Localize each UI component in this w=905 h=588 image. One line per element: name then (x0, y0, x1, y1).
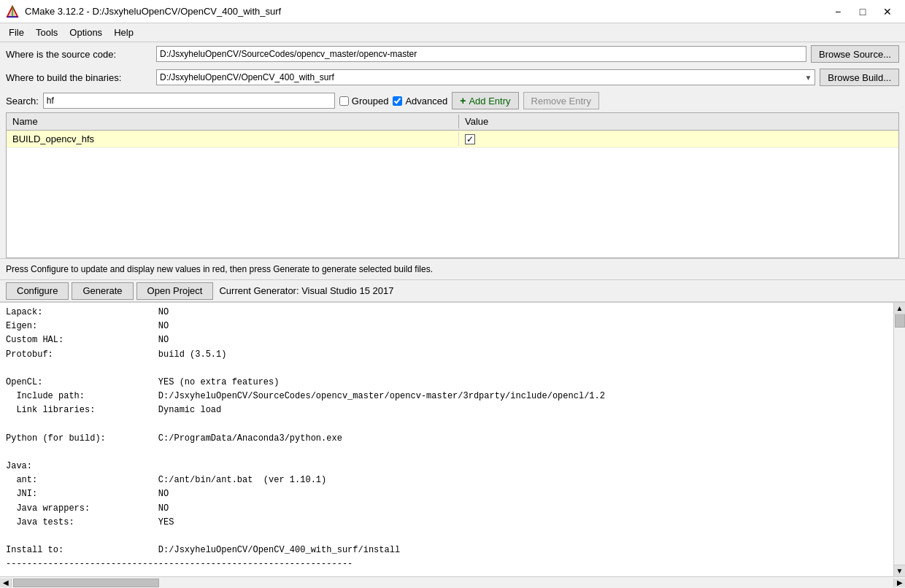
plus-icon: + (460, 95, 466, 107)
build-path-text: D:/JsxyheluOpenCV/OpenCV_400_with_surf (160, 72, 334, 82)
table-header: Name Value (7, 113, 898, 131)
remove-entry-button[interactable]: Remove Entry (523, 92, 599, 109)
add-entry-button[interactable]: + Add Entry (452, 92, 518, 109)
open-project-button[interactable]: Open Project (136, 282, 214, 300)
output-area: Lapack: NO Eigen: NO Custom HAL: NO Prot… (0, 302, 905, 588)
source-label: Where is the source code: (6, 49, 152, 60)
name-column-header: Name (7, 115, 459, 128)
source-input[interactable] (156, 46, 806, 62)
menu-help[interactable]: Help (108, 26, 139, 39)
h-scroll-thumb[interactable] (13, 579, 159, 587)
value-checkbox[interactable]: ✓ (465, 134, 475, 144)
menu-bar: File Tools Options Help (0, 23, 905, 42)
advanced-label[interactable]: Advanced (405, 96, 447, 107)
scroll-down-btn[interactable]: ▼ (894, 565, 905, 576)
generate-button[interactable]: Generate (72, 282, 133, 300)
value-cell[interactable]: ✓ (459, 133, 898, 146)
menu-file[interactable]: File (3, 26, 30, 39)
maximize-button[interactable]: □ (851, 3, 874, 20)
title-bar: CMake 3.12.2 - D:/JsxyheluOpenCV/OpenCV_… (0, 0, 905, 23)
browse-build-button[interactable]: Browse Build... (820, 69, 899, 86)
table-row[interactable]: BUILD_opencv_hfs ✓ (7, 131, 898, 148)
scroll-left-btn[interactable]: ◀ (0, 579, 12, 587)
output-row: Lapack: NO Eigen: NO Custom HAL: NO Prot… (0, 303, 905, 576)
advanced-group: Advanced (393, 96, 447, 107)
search-label: Search: (6, 96, 39, 107)
value-column-header: Value (459, 115, 898, 128)
build-dropdown[interactable]: D:/JsxyheluOpenCV/OpenCV_400_with_surf ▼ (156, 69, 815, 85)
status-text: Press Configure to update and display ne… (6, 264, 433, 274)
build-label: Where to build the binaries: (6, 72, 152, 83)
grouped-label[interactable]: Grouped (352, 96, 389, 107)
dropdown-arrow: ▼ (804, 74, 812, 82)
cmake-icon (6, 5, 19, 18)
main-content: Where is the source code: Browse Source.… (0, 42, 905, 588)
vertical-scrollbar[interactable]: ▼ ▲ (893, 303, 905, 576)
output-content[interactable]: Lapack: NO Eigen: NO Custom HAL: NO Prot… (0, 303, 893, 576)
menu-tools[interactable]: Tools (30, 26, 63, 39)
add-entry-label: Add Entry (469, 96, 510, 107)
scroll-left-icon: ◀ (3, 579, 9, 587)
minimize-button[interactable]: − (826, 3, 850, 20)
source-row: Where is the source code: Browse Source.… (0, 42, 905, 66)
configure-button[interactable]: Configure (6, 282, 69, 300)
title-bar-left: CMake 3.12.2 - D:/JsxyheluOpenCV/OpenCV_… (6, 5, 281, 18)
search-input[interactable] (43, 93, 335, 109)
table-body: BUILD_opencv_hfs ✓ (7, 131, 898, 258)
scroll-up-btn[interactable]: ▲ (894, 303, 905, 314)
grouped-checkbox[interactable] (339, 96, 349, 106)
menu-options[interactable]: Options (63, 26, 108, 39)
status-bar: Press Configure to update and display ne… (0, 258, 905, 280)
scroll-right-btn[interactable]: ▶ (893, 579, 905, 587)
scroll-right-icon: ▶ (897, 579, 903, 587)
build-row: Where to build the binaries: D:/Jsxyhelu… (0, 66, 905, 89)
browse-source-button[interactable]: Browse Source... (811, 45, 899, 63)
title-controls: − □ ✕ (826, 3, 899, 20)
scroll-down-icon: ▼ (896, 567, 904, 575)
horizontal-scrollbar[interactable]: ◀ ▶ (0, 576, 905, 588)
table-area: Name Value BUILD_opencv_hfs ✓ (6, 112, 899, 258)
name-cell: BUILD_opencv_hfs (7, 132, 459, 146)
search-row: Search: Grouped Advanced + Add Entry Rem… (0, 89, 905, 112)
close-button[interactable]: ✕ (876, 3, 899, 20)
generator-text: Current Generator: Visual Studio 15 2017 (219, 285, 393, 296)
scroll-up-icon: ▲ (896, 304, 904, 312)
advanced-checkbox[interactable] (393, 96, 402, 106)
title-text: CMake 3.12.2 - D:/JsxyheluOpenCV/OpenCV_… (25, 6, 281, 17)
grouped-group: Grouped (339, 96, 389, 107)
bottom-toolbar: Configure Generate Open Project Current … (0, 280, 905, 302)
